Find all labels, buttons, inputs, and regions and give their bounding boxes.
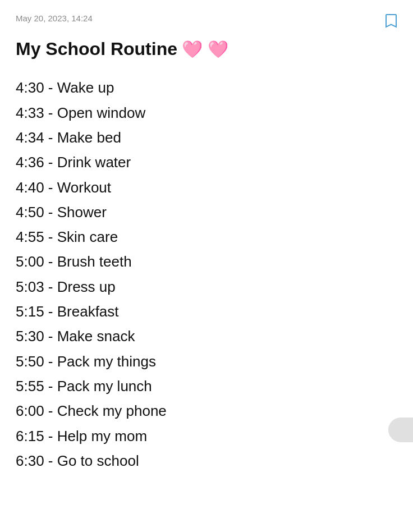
list-item: 4:34 - Make bed: [16, 125, 397, 150]
list-item: 4:30 - Wake up: [16, 75, 397, 100]
title-text: My School Routine: [16, 39, 177, 59]
list-item: 5:50 - Pack my things: [16, 349, 397, 374]
list-item: 5:00 - Brush teeth: [16, 249, 397, 274]
list-item: 4:36 - Drink water: [16, 150, 397, 175]
timestamp: May 20, 2023, 14:24: [16, 13, 93, 23]
list-item: 4:40 - Workout: [16, 175, 397, 200]
list-item: 6:15 - Help my mom: [16, 424, 397, 448]
list-item: 5:55 - Pack my lunch: [16, 374, 397, 398]
list-item: 5:15 - Breakfast: [16, 299, 397, 324]
list-item: 5:03 - Dress up: [16, 274, 397, 299]
title-hearts: 🩷 🩷: [177, 40, 228, 58]
list-item: 4:33 - Open window: [16, 100, 397, 125]
list-item: 4:55 - Skin care: [16, 224, 397, 249]
scroll-indicator: [388, 418, 413, 442]
routine-list: 4:30 - Wake up 4:33 - Open window 4:34 -…: [16, 75, 397, 473]
page-title: My School Routine 🩷 🩷: [16, 38, 397, 59]
list-item: 5:30 - Make snack: [16, 324, 397, 348]
list-item: 6:00 - Check my phone: [16, 398, 397, 423]
list-item: 6:30 - Go to school: [16, 448, 397, 473]
bookmark-icon[interactable]: [385, 13, 397, 31]
list-item: 4:50 - Shower: [16, 200, 397, 224]
note-header: May 20, 2023, 14:24: [16, 13, 397, 31]
note-page: May 20, 2023, 14:24 My School Routine 🩷 …: [0, 0, 413, 532]
